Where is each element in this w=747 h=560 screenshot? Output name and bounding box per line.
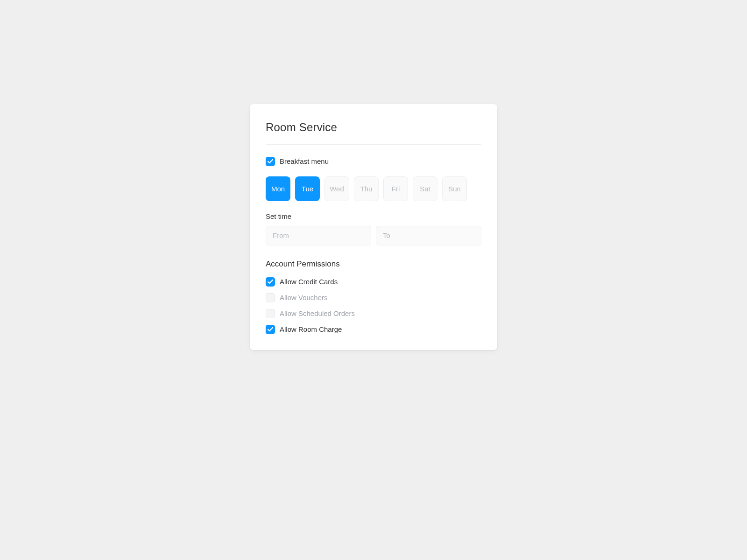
day-label: Thu (360, 185, 373, 193)
day-fri[interactable]: Fri (383, 176, 408, 201)
permission-label: Allow Scheduled Orders (280, 309, 355, 317)
time-to-input[interactable] (376, 226, 481, 245)
permissions-list: Allow Credit Cards Allow Vouchers Allow … (266, 277, 481, 334)
day-thu[interactable]: Thu (354, 176, 379, 201)
days-row: Mon Tue Wed Thu Fri Sat Sun (266, 176, 481, 201)
breakfast-menu-row[interactable]: Breakfast menu (266, 157, 481, 166)
day-label: Tue (302, 185, 313, 193)
permission-checkbox[interactable] (266, 309, 275, 318)
check-icon (268, 280, 273, 284)
check-icon (268, 327, 273, 332)
day-wed[interactable]: Wed (324, 176, 349, 201)
permission-label: Allow Credit Cards (280, 278, 338, 286)
permission-label: Allow Room Charge (280, 325, 342, 333)
permissions-title: Account Permissions (266, 259, 481, 269)
check-icon (268, 159, 273, 164)
breakfast-checkbox[interactable] (266, 157, 275, 166)
card-title: Room Service (266, 121, 481, 134)
permission-vouchers[interactable]: Allow Vouchers (266, 293, 481, 302)
permission-checkbox[interactable] (266, 293, 275, 302)
permission-label: Allow Vouchers (280, 294, 328, 301)
day-mon[interactable]: Mon (266, 176, 290, 201)
day-label: Fri (392, 185, 400, 193)
time-row (266, 226, 481, 245)
day-label: Mon (271, 185, 285, 193)
day-label: Wed (330, 185, 344, 193)
time-from-input[interactable] (266, 226, 371, 245)
day-label: Sat (420, 185, 430, 193)
set-time-label: Set time (266, 212, 481, 220)
day-tue[interactable]: Tue (295, 176, 320, 201)
permission-room-charge[interactable]: Allow Room Charge (266, 325, 481, 334)
divider (266, 144, 481, 145)
breakfast-label: Breakfast menu (280, 157, 329, 165)
permission-credit-cards[interactable]: Allow Credit Cards (266, 277, 481, 287)
room-service-card: Room Service Breakfast menu Mon Tue Wed … (250, 104, 497, 350)
permission-scheduled-orders[interactable]: Allow Scheduled Orders (266, 309, 481, 318)
day-sun[interactable]: Sun (442, 176, 467, 201)
day-label: Sun (448, 185, 461, 193)
day-sat[interactable]: Sat (413, 176, 437, 201)
permission-checkbox[interactable] (266, 325, 275, 334)
permission-checkbox[interactable] (266, 277, 275, 287)
